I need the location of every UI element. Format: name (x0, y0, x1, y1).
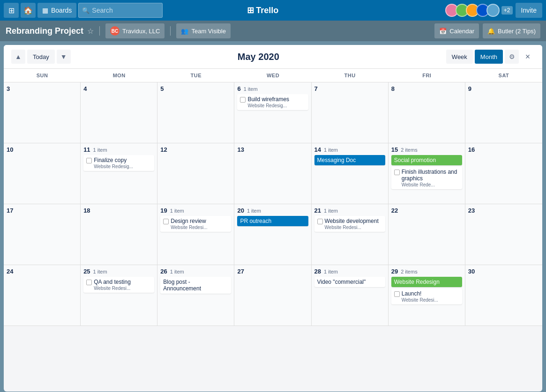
card-checkbox[interactable] (394, 170, 400, 175)
date-number: 17 (7, 207, 13, 214)
date-number: 21 (314, 207, 321, 214)
card-title: Website development (325, 218, 382, 224)
avatar-more[interactable]: +2 (501, 6, 513, 15)
card-title: Finalize copy (94, 157, 151, 163)
calendar-cell-4: 4 (81, 82, 157, 143)
butler-button[interactable]: 🔔 Butler (2 Tips) (483, 23, 540, 38)
calendar-card[interactable]: Finalize copyWebsite Redesig... (83, 155, 154, 171)
board-right: 📅 Calendar 🔔 Butler (2 Tips) (434, 23, 540, 38)
date-number: 12 (160, 146, 167, 153)
calendar-cell-10: 10 (4, 143, 81, 204)
divider-2 (170, 26, 171, 36)
calendar-card[interactable]: Social promotion (391, 155, 462, 165)
cell-date-6: 61 item (237, 85, 308, 92)
calendar-cell-15: 152 itemsSocial promotionFinish illustra… (389, 143, 465, 204)
calendar-card[interactable]: PR outreach (237, 216, 308, 226)
calendar-card[interactable]: QA and testingWebsite Redesi... (83, 277, 154, 293)
cell-date-17: 17 (7, 207, 77, 214)
calendar-card[interactable]: Website Redesign (391, 277, 462, 287)
card-checkbox[interactable] (240, 97, 246, 103)
date-number: 19 (160, 207, 167, 214)
card-checkbox[interactable] (163, 219, 169, 224)
today-button[interactable]: Today (27, 50, 55, 64)
card-checkbox[interactable] (86, 280, 92, 285)
search-input[interactable] (78, 3, 163, 18)
cell-date-11: 111 item (83, 146, 154, 153)
card-checkbox[interactable] (317, 219, 323, 224)
calendar-card[interactable]: Launch!Website Redesi... (391, 288, 462, 304)
prev-button[interactable]: ▲ (11, 50, 25, 64)
cell-date-24: 24 (7, 268, 77, 275)
month-view-button[interactable]: Month (475, 50, 503, 64)
date-number: 22 (391, 207, 398, 214)
calendar-cell-9: 9 (465, 82, 542, 143)
calendar-label: Calendar (449, 28, 474, 35)
card-checkbox[interactable] (86, 158, 92, 163)
cell-date-16: 16 (468, 146, 539, 153)
cell-date-21: 211 item (314, 207, 385, 214)
cell-date-28: 281 item (314, 268, 385, 275)
card-list: Website Redesi... (325, 225, 382, 230)
day-header-wed: WED (234, 69, 311, 82)
week-view-button[interactable]: Week (446, 50, 473, 64)
date-number: 26 (160, 268, 167, 275)
card-title: Build wireframes (247, 96, 305, 103)
calendar-card[interactable]: Design reviewWebsite Redesi... (160, 216, 231, 232)
boards-button[interactable]: ▦ Boards (37, 3, 76, 18)
card-title: Finish illustrations and graphics (402, 169, 459, 182)
calendar-cell-28: 281 itemVideo "commercial" (312, 265, 389, 326)
date-number: 18 (83, 207, 90, 214)
cell-date-12: 12 (160, 146, 231, 153)
home-icon-btn[interactable]: 🏠 (21, 3, 36, 18)
calendar-settings-button[interactable]: ⚙ (505, 50, 519, 64)
visibility-button[interactable]: 👥 Team Visible (176, 23, 230, 38)
calendar-cell-23: 23 (465, 204, 542, 265)
visibility-icon: 👥 (181, 28, 188, 35)
top-navigation: ⊞ 🏠 ▦ Boards 🔍 ⊞ Trello +2 Invite (0, 0, 546, 21)
date-number: 27 (237, 268, 244, 275)
date-number: 25 (83, 268, 90, 275)
star-button[interactable]: ☆ (87, 27, 94, 36)
workspace-icon: BC (110, 26, 120, 36)
butler-icon: 🔔 (487, 28, 495, 35)
calendar-cell-7: 7 (312, 82, 389, 143)
cell-count: 1 item (244, 86, 258, 92)
calendar-cell-22: 22 (389, 204, 465, 265)
calendar-power-up-button[interactable]: 📅 Calendar (434, 23, 479, 38)
calendar-card[interactable]: Messaging Doc (314, 155, 385, 165)
cell-count: 2 items (401, 147, 417, 153)
cell-date-18: 18 (83, 207, 154, 214)
workspace-button[interactable]: BC Travidux, LLC (105, 23, 165, 38)
card-list: Website Redesi... (402, 297, 459, 303)
calendar-card[interactable]: Video "commercial" (314, 277, 385, 287)
home-button[interactable]: ⊞ (4, 3, 19, 18)
next-button[interactable]: ▼ (57, 50, 71, 64)
date-number: 13 (237, 146, 244, 153)
cell-date-15: 152 items (391, 146, 462, 153)
date-number: 4 (83, 85, 87, 92)
calendar-cell-19: 191 itemDesign reviewWebsite Redesi... (157, 204, 234, 265)
date-number: 5 (160, 85, 164, 92)
calendar-card[interactable]: Website developmentWebsite Redesi... (314, 216, 385, 232)
calendar-cell-14: 141 itemMessaging Doc (312, 143, 389, 204)
day-headers: SUNMONTUEWEDTHUFRISAT (4, 69, 542, 82)
card-checkbox[interactable] (394, 291, 400, 297)
cell-date-23: 23 (468, 207, 539, 214)
calendar-cell-26: 261 itemBlog post - Announcement (157, 265, 234, 326)
cell-count: 1 item (93, 269, 107, 274)
cell-count: 1 item (93, 147, 107, 153)
calendar-card[interactable]: Blog post - Announcement (160, 277, 231, 294)
search-wrapper: 🔍 (78, 3, 163, 18)
board-header: Rebranding Project ☆ BC Travidux, LLC 👥 … (0, 21, 546, 41)
day-header-fri: FRI (389, 69, 465, 82)
cell-date-19: 191 item (160, 207, 231, 214)
calendar-card[interactable]: Build wireframesWebsite Redesig... (237, 94, 308, 110)
card-title: Launch! (402, 290, 459, 297)
calendar-card[interactable]: Finish illustrations and graphicsWebsite… (391, 167, 462, 189)
calendar-close-button[interactable]: × (521, 50, 535, 64)
invite-button[interactable]: Invite (516, 3, 542, 18)
day-header-tue: TUE (157, 69, 234, 82)
calendar-cell-13: 13 (234, 143, 311, 204)
date-number: 11 (83, 146, 90, 153)
avatar-5 (486, 4, 500, 17)
